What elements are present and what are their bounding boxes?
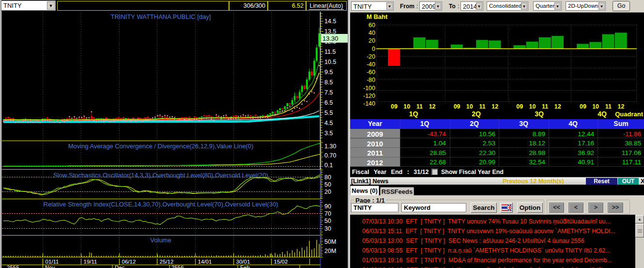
svg-text:80: 80 — [324, 174, 331, 181]
svg-text:TRINITY WATTHANA PUBLIC [day]: TRINITY WATTHANA PUBLIC [day] — [110, 13, 211, 20]
svg-text:3Q: 3Q — [535, 110, 544, 118]
svg-text:40: 40 — [368, 30, 375, 36]
svg-text:50: 50 — [324, 181, 331, 188]
svg-text:-20: -20 — [367, 53, 375, 60]
svg-text:12: 12 — [491, 103, 498, 110]
svg-text:Slow Stochastics Oscillator(14: Slow Stochastics Oscillator(14,3,3),Over… — [53, 172, 268, 179]
svg-text:-40: -40 — [367, 61, 375, 68]
svg-text:30: 30 — [324, 225, 331, 232]
svg-text:Dec: Dec — [115, 265, 125, 268]
svg-text:-140: -140 — [363, 100, 375, 107]
svg-text:14/01: 14/01 — [198, 259, 212, 265]
svg-text:25/12: 25/12 — [160, 259, 174, 265]
svg-text:Quadrant: Quadrant — [615, 110, 643, 118]
svg-text:2555: 2555 — [7, 265, 19, 268]
svg-text:-60: -60 — [367, 69, 375, 76]
svg-text:09: 09 — [580, 103, 586, 110]
svg-text:10: 10 — [403, 103, 410, 110]
svg-text:20M: 20M — [324, 248, 336, 254]
svg-text:3.5: 3.5 — [324, 130, 333, 137]
svg-text:30/01: 30/01 — [236, 259, 250, 265]
svg-text:09: 09 — [454, 103, 460, 110]
svg-text:11: 11 — [605, 103, 612, 110]
svg-text:-120: -120 — [363, 93, 375, 99]
svg-text:20: 20 — [324, 189, 331, 195]
svg-text:Volume: Volume — [150, 236, 171, 244]
svg-text:11: 11 — [416, 103, 423, 110]
svg-text:5.5: 5.5 — [324, 110, 333, 116]
svg-text:Relative Strength Index(CLOSE,: Relative Strength Index(CLOSE,14,30,70),… — [44, 201, 278, 208]
svg-text:8.5: 8.5 — [324, 79, 333, 86]
svg-text:0.1: 0.1 — [324, 162, 333, 169]
svg-text:09: 09 — [516, 103, 523, 110]
svg-text:12: 12 — [429, 103, 436, 110]
svg-text:20: 20 — [368, 37, 375, 44]
svg-text:2Q: 2Q — [472, 110, 481, 118]
svg-text:13.30: 13.30 — [322, 35, 338, 42]
svg-text:12: 12 — [618, 103, 625, 110]
svg-text:11.5: 11.5 — [324, 48, 336, 55]
svg-text:11: 11 — [542, 103, 548, 110]
svg-text:06/12: 06/12 — [122, 259, 136, 265]
svg-text:10: 10 — [592, 103, 599, 110]
svg-text:90: 90 — [324, 203, 331, 210]
svg-text:50M: 50M — [324, 238, 336, 245]
svg-text:4Q: 4Q — [598, 110, 607, 118]
svg-text:2556: 2556 — [171, 265, 184, 268]
svg-text:0: 0 — [372, 46, 375, 52]
svg-text:15/02: 15/02 — [274, 259, 288, 265]
svg-text:M Baht: M Baht — [367, 13, 388, 20]
svg-text:1.30: 1.30 — [324, 143, 336, 150]
svg-text:14.5: 14.5 — [324, 18, 336, 25]
svg-text:-100: -100 — [363, 85, 375, 92]
svg-text:-80: -80 — [367, 77, 375, 83]
svg-text:0.70: 0.70 — [324, 152, 336, 159]
svg-text:Nov: Nov — [45, 265, 55, 268]
svg-text:6.5: 6.5 — [324, 99, 333, 106]
svg-text:11: 11 — [479, 103, 485, 110]
svg-text:60: 60 — [368, 22, 375, 29]
svg-text:01/11: 01/11 — [46, 259, 59, 265]
svg-text:9.5: 9.5 — [324, 69, 333, 76]
svg-text:10: 10 — [529, 103, 536, 110]
svg-text:70: 70 — [324, 210, 331, 217]
svg-text:10.5: 10.5 — [324, 59, 336, 65]
svg-text:7.5: 7.5 — [324, 89, 333, 96]
svg-text:12: 12 — [554, 103, 561, 110]
svg-text:1Q: 1Q — [409, 110, 418, 118]
svg-text:09: 09 — [391, 103, 398, 110]
svg-text:50: 50 — [324, 218, 331, 224]
svg-text:Moving Average Convergence / D: Moving Average Convergence / Divergence(… — [68, 142, 254, 150]
svg-text:Feb: Feb — [240, 265, 250, 268]
svg-text:19/11: 19/11 — [84, 259, 97, 265]
svg-text:4.5: 4.5 — [324, 120, 333, 126]
svg-text:10: 10 — [466, 103, 473, 110]
